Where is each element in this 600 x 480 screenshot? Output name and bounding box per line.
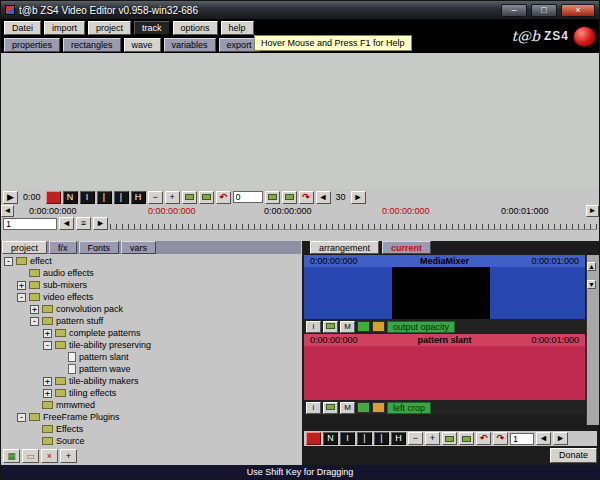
maximize-button[interactable]: □: [531, 4, 557, 17]
delete-icon[interactable]: ×: [41, 449, 58, 463]
tab-variables[interactable]: variables: [164, 38, 216, 52]
folder-icon[interactable]: [323, 321, 338, 333]
tree-item[interactable]: + tiling effects: [1, 387, 301, 399]
expander-icon[interactable]: -: [4, 257, 13, 266]
undo-icon[interactable]: ↶: [216, 191, 231, 204]
play-button[interactable]: ▶: [3, 191, 18, 204]
folder-icon[interactable]: [323, 402, 338, 414]
expander-icon[interactable]: +: [43, 329, 52, 338]
tree-item[interactable]: Source: [1, 435, 301, 447]
control-label[interactable]: left crop: [387, 402, 431, 414]
fps-prev-button[interactable]: ◄: [316, 191, 331, 204]
track-header[interactable]: 0:00:00:000 MediaMixer 0:00:01:000: [304, 255, 585, 267]
donate-button[interactable]: Donate: [550, 448, 597, 463]
menu-import[interactable]: import: [44, 21, 85, 35]
orange-chip-icon[interactable]: [372, 321, 385, 332]
folder-icon[interactable]: [442, 432, 457, 445]
grid-icon[interactable]: ▦: [3, 449, 20, 463]
track-number-input[interactable]: [3, 218, 57, 230]
tab-current[interactable]: current: [382, 241, 431, 254]
minimize-button[interactable]: –: [501, 4, 527, 17]
orange-chip-icon[interactable]: [372, 402, 385, 413]
tree-item[interactable]: + complete patterns: [1, 327, 301, 339]
expander-icon[interactable]: -: [30, 317, 39, 326]
tree-item[interactable]: Effects: [1, 423, 301, 435]
tree-item[interactable]: - tile-ability preserving: [1, 339, 301, 351]
nav-menu-button[interactable]: ≡: [76, 217, 91, 230]
tree-item[interactable]: - pattern stuff: [1, 315, 301, 327]
folder-icon[interactable]: [182, 191, 197, 204]
ruler-right-arrow[interactable]: ►: [586, 205, 599, 217]
tree-item[interactable]: mmwmed: [1, 399, 301, 411]
mode-n-button[interactable]: N: [323, 432, 338, 445]
tree-item[interactable]: + convolution pack: [1, 303, 301, 315]
expander-icon[interactable]: +: [30, 305, 39, 314]
mode-bar1-button[interactable]: |: [97, 191, 112, 204]
record-button[interactable]: [46, 191, 61, 204]
track-body-pattern-slant[interactable]: [304, 346, 585, 400]
expander-icon[interactable]: -: [17, 413, 26, 422]
tab-wave[interactable]: wave: [124, 38, 161, 52]
menu-project[interactable]: project: [88, 21, 131, 35]
mode-bar1-button[interactable]: |: [357, 432, 372, 445]
undo-icon[interactable]: ↶: [476, 432, 491, 445]
record-button[interactable]: [306, 432, 321, 445]
menu-datei[interactable]: Datei: [4, 21, 41, 35]
ruler-left-arrow[interactable]: ◄: [1, 205, 14, 217]
mode-h-button[interactable]: H: [391, 432, 406, 445]
tree-item[interactable]: pattern slant: [1, 351, 301, 363]
vertical-scrollbar[interactable]: ▲ ▼: [586, 255, 599, 425]
folder-icon[interactable]: [459, 432, 474, 445]
nav-prev-button[interactable]: ◄: [59, 217, 74, 230]
zoom-in-icon[interactable]: +: [425, 432, 440, 445]
expander-icon[interactable]: +: [17, 281, 26, 290]
tree-item[interactable]: + sub-mixers: [1, 279, 301, 291]
mode-h-button[interactable]: H: [131, 191, 146, 204]
redo-icon[interactable]: ↷: [299, 191, 314, 204]
titlebar[interactable]: t@b ZS4 Video Editor v0.958-win32-686 – …: [1, 1, 599, 19]
zoom-out-icon[interactable]: −: [408, 432, 423, 445]
expander-icon[interactable]: +: [43, 389, 52, 398]
expander-icon[interactable]: +: [43, 377, 52, 386]
mixer-button[interactable]: M: [340, 402, 355, 414]
folder-icon[interactable]: [199, 191, 214, 204]
tree-item[interactable]: audio effects: [1, 267, 301, 279]
redo-icon[interactable]: ↷: [493, 432, 508, 445]
mixer-button[interactable]: M: [340, 321, 355, 333]
info-button[interactable]: i: [306, 402, 321, 414]
expander-icon[interactable]: -: [17, 293, 26, 302]
mode-bar2-button[interactable]: |: [374, 432, 389, 445]
close-button[interactable]: ×: [561, 4, 595, 17]
expander-icon[interactable]: -: [43, 341, 52, 350]
add-icon[interactable]: +: [60, 449, 77, 463]
tab-vars[interactable]: vars: [121, 241, 156, 254]
info-button[interactable]: i: [306, 321, 321, 333]
prev-button[interactable]: ◄: [536, 432, 551, 445]
tree-item[interactable]: - video effects: [1, 291, 301, 303]
tree-item[interactable]: + tile-ability makers: [1, 375, 301, 387]
wave-canvas[interactable]: [1, 53, 599, 189]
menu-help[interactable]: help: [221, 21, 254, 35]
menu-options[interactable]: options: [173, 21, 218, 35]
menu-track[interactable]: track: [134, 21, 170, 35]
tree-item[interactable]: - effect: [1, 255, 301, 267]
fps-next-button[interactable]: ►: [351, 191, 366, 204]
tab-rectangles[interactable]: rectangles: [63, 38, 121, 52]
clip-segment[interactable]: [392, 267, 490, 319]
tab-arrangement[interactable]: arrangement: [310, 241, 379, 254]
control-label[interactable]: output opacity: [387, 321, 455, 333]
zoom-out-icon[interactable]: −: [148, 191, 163, 204]
tab-project[interactable]: project: [2, 241, 47, 254]
tick-strip[interactable]: [110, 218, 597, 230]
track-body-mediamixer[interactable]: [304, 267, 585, 319]
frame-input[interactable]: [233, 191, 263, 203]
tab-properties[interactable]: properties: [4, 38, 60, 52]
green-chip-icon[interactable]: [357, 402, 370, 413]
track-header[interactable]: 0:00:00:000 pattern slant 0:00:01:000: [304, 334, 585, 346]
folder-icon[interactable]: [282, 191, 297, 204]
timeline-ruler[interactable]: ◄ 0:00:00:000 0:00:00:000 0:00:00:000 0:…: [1, 205, 599, 217]
mode-bar2-button[interactable]: |: [114, 191, 129, 204]
scroll-down-icon[interactable]: ▼: [587, 280, 596, 289]
mode-i-button[interactable]: I: [340, 432, 355, 445]
mode-i-button[interactable]: I: [80, 191, 95, 204]
